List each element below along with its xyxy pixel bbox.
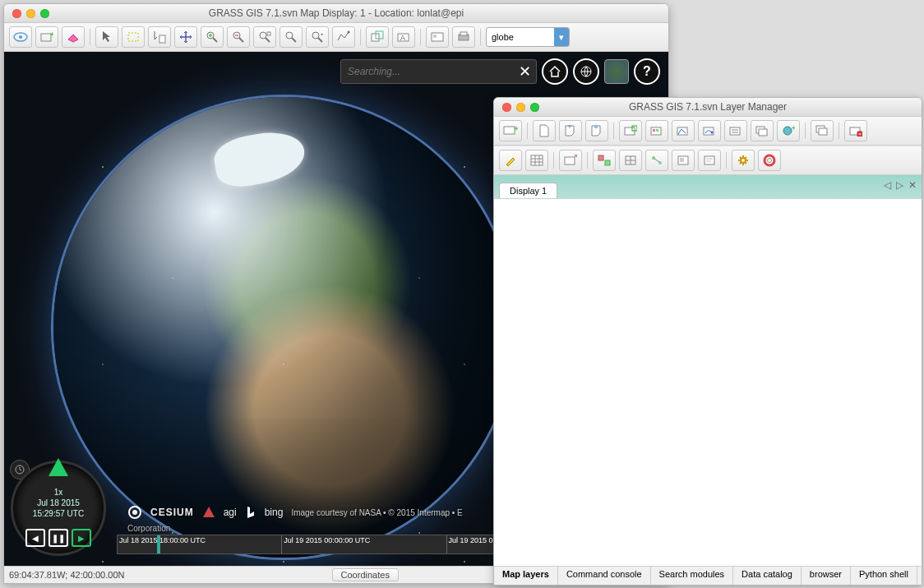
tab-close-button[interactable]: ✕ — [908, 179, 917, 191]
timeline-cursor[interactable] — [157, 535, 160, 553]
svg-rect-38 — [730, 127, 740, 135]
tab-command-console[interactable]: Command console — [558, 567, 651, 585]
workspace-open-button[interactable] — [559, 120, 582, 141]
geocoder-input[interactable] — [346, 65, 497, 78]
help-button[interactable] — [758, 150, 781, 171]
add-raster-misc-button[interactable] — [645, 120, 668, 141]
tab-map-layers[interactable]: Map layers — [494, 567, 558, 585]
add-vector-button[interactable] — [672, 120, 695, 141]
cesium-brand: CESIUM — [150, 507, 194, 518]
import-raster-button[interactable] — [559, 150, 582, 171]
layer-tree[interactable] — [494, 199, 922, 566]
tab-display1[interactable]: Display 1 — [499, 183, 557, 198]
timeline-tick: Jul 19 2015 00:00:00 UTC — [282, 535, 446, 554]
svg-point-25 — [132, 510, 137, 515]
svg-rect-47 — [531, 155, 543, 165]
attribute-table-button[interactable] — [525, 150, 548, 171]
separator — [420, 29, 421, 45]
clock-icon — [15, 465, 25, 475]
svg-rect-56 — [705, 156, 714, 164]
imagery-picker-button[interactable] — [604, 59, 629, 84]
svg-point-57 — [741, 158, 746, 163]
svg-rect-6 — [159, 35, 165, 43]
play-button[interactable]: ▶ — [72, 529, 91, 547]
render-button[interactable] — [9, 26, 32, 48]
workspace-save-button[interactable] — [585, 120, 608, 141]
tab-next-button[interactable]: ▷ — [896, 179, 903, 191]
text-overlay-button[interactable]: A — [392, 26, 415, 48]
erase-button[interactable] — [62, 26, 85, 48]
svg-point-37 — [711, 132, 714, 134]
add-layer-button[interactable]: ＋ — [35, 26, 58, 48]
edit-vector-button[interactable] — [499, 150, 522, 171]
overlay-button[interactable] — [366, 26, 389, 48]
analyze-icon — [337, 30, 350, 44]
zoom-extent-button[interactable] — [253, 26, 276, 48]
modeler-button[interactable] — [645, 150, 668, 171]
tab-search-modules[interactable]: Search modules — [651, 567, 734, 585]
globe-icon — [580, 65, 593, 78]
script-button[interactable] — [698, 150, 721, 171]
zoom-out-icon — [232, 30, 245, 44]
separator — [587, 152, 588, 169]
lm-toolbar-row1: ＋ ＋ — [494, 117, 922, 146]
analyze-button[interactable] — [332, 26, 355, 48]
pan-button[interactable] — [174, 26, 197, 48]
file-open-icon — [564, 125, 577, 137]
tab-python-shell[interactable]: Python shell — [851, 567, 917, 585]
agi-logo-icon — [202, 506, 215, 519]
help-button[interactable]: ? — [634, 58, 660, 85]
rcalc-icon — [598, 155, 611, 166]
zoom-last-button[interactable] — [280, 26, 303, 48]
pause-button[interactable]: ❚❚ — [49, 529, 68, 547]
overlay-icon — [371, 30, 384, 44]
georectify-button[interactable] — [619, 150, 642, 171]
new-display-button[interactable]: ＋ — [499, 120, 522, 141]
close-icon[interactable]: ✕ — [519, 63, 531, 81]
pointer-button[interactable] — [95, 26, 118, 48]
save-image-button[interactable] — [426, 26, 449, 48]
print-button[interactable] — [452, 26, 475, 48]
zoom-extent-icon — [258, 30, 271, 44]
zoom-menu-button[interactable] — [306, 26, 329, 48]
earth-globe[interactable] — [53, 97, 514, 558]
composer-button[interactable] — [672, 150, 695, 171]
lifebuoy-icon — [763, 154, 776, 167]
layer-remove-button[interactable] — [844, 120, 867, 141]
select-button[interactable] — [122, 26, 145, 48]
animation-dial[interactable]: 1x Jul 18 2015 15:29:57 UTC ◀ ❚❚ ▶ — [11, 461, 106, 556]
svg-rect-23 — [612, 67, 621, 76]
layer-duplicate-button[interactable] — [811, 120, 834, 141]
credits-line2: Corporation — [127, 524, 170, 533]
raster-calc-button[interactable] — [593, 150, 616, 171]
separator — [726, 152, 727, 169]
chevron-down-icon[interactable]: ▾ — [554, 28, 569, 46]
settings-button[interactable] — [732, 150, 755, 171]
pencil-icon — [505, 155, 516, 166]
play-reverse-button[interactable]: ◀ — [25, 529, 45, 547]
zoom-in-button[interactable] — [201, 26, 224, 48]
scene-mode-button[interactable] — [573, 58, 599, 85]
eye-icon — [13, 31, 28, 43]
add-raster-button[interactable] — [619, 120, 642, 141]
tab-browser[interactable]: browser — [802, 567, 851, 585]
add-vector-misc-button[interactable] — [698, 120, 721, 141]
home-button[interactable] — [542, 58, 568, 85]
geocoder-search[interactable]: ✕ — [340, 59, 537, 84]
file-save-icon — [590, 125, 603, 137]
svg-rect-55 — [680, 158, 684, 162]
add-web-button[interactable]: ＋ — [777, 120, 800, 141]
import-raster-icon — [564, 155, 577, 166]
remove-icon — [849, 125, 862, 137]
layer-manager-title: GRASS GIS 7.1.svn Layer Manager — [494, 101, 922, 113]
render-mode-combo[interactable]: globe ▾ — [486, 27, 570, 47]
status-mode-button[interactable]: Coordinates — [332, 568, 399, 581]
add-overlay-misc-button[interactable] — [724, 120, 747, 141]
add-group-button[interactable] — [751, 120, 774, 141]
workspace-new-button[interactable] — [533, 120, 556, 141]
query-button[interactable] — [148, 26, 171, 48]
tab-prev-button[interactable]: ◁ — [884, 179, 891, 191]
script-icon — [703, 155, 716, 166]
tab-data-catalog[interactable]: Data catalog — [733, 567, 802, 585]
zoom-out-button[interactable] — [227, 26, 250, 48]
